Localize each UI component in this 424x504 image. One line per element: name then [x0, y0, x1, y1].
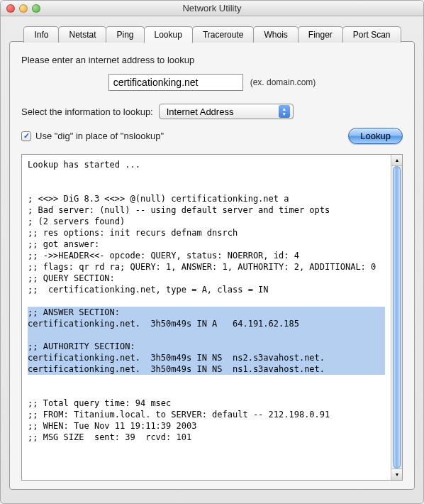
output-pre: Lookup has started ... ; <<>> DiG 8.3 <<… — [28, 160, 376, 295]
tab-bar: InfoNetstatPingLookupTracerouteWhoisFing… — [1, 18, 423, 43]
tab-traceroute[interactable]: Traceroute — [192, 26, 255, 43]
scroll-down-icon[interactable]: ▾ — [391, 469, 402, 480]
tab-finger[interactable]: Finger — [298, 26, 343, 43]
panel: Please enter an internet address to look… — [9, 41, 415, 490]
info-select-value: Internet Address — [167, 106, 234, 117]
scroll-track[interactable] — [391, 166, 402, 469]
address-prompt-label: Please enter an internet address to look… — [21, 55, 194, 65]
tab-lookup[interactable]: Lookup — [144, 26, 193, 43]
tab-port-scan[interactable]: Port Scan — [342, 26, 401, 43]
tab-netstat[interactable]: Netstat — [58, 26, 106, 43]
address-hint: (ex. domain.com) — [250, 77, 316, 87]
scrollbar[interactable]: ▴ ▾ — [391, 155, 402, 480]
use-dig-label: Use "dig" in place of "nslookup" — [35, 131, 164, 141]
titlebar: Network Utility — [1, 1, 423, 16]
scroll-up-icon[interactable]: ▴ — [391, 155, 402, 166]
address-input[interactable] — [108, 74, 243, 91]
minimize-icon[interactable] — [19, 4, 28, 13]
close-icon[interactable] — [6, 4, 15, 13]
output-text[interactable]: Lookup has started ... ; <<>> DiG 8.3 <<… — [22, 155, 391, 480]
window: Network Utility InfoNetstatPingLookupTra… — [0, 0, 424, 504]
info-select-label: Select the information to lookup: — [21, 106, 153, 117]
tab-info[interactable]: Info — [23, 26, 59, 43]
info-select[interactable]: Internet Address ▲▼ — [159, 104, 294, 119]
output-highlight: ;; ANSWER SECTION: certificationking.net… — [28, 307, 385, 375]
window-title: Network Utility — [1, 3, 423, 13]
output-post: ;; Total query time: 94 msec ;; FROM: Ti… — [28, 398, 330, 442]
zoom-icon[interactable] — [32, 4, 40, 13]
traffic-lights — [6, 4, 40, 13]
lookup-button[interactable]: Lookup — [348, 128, 403, 144]
chevron-updown-icon: ▲▼ — [279, 105, 290, 118]
tab-whois[interactable]: Whois — [253, 26, 298, 43]
use-dig-checkbox[interactable]: ✓ — [21, 131, 31, 141]
tab-ping[interactable]: Ping — [106, 26, 144, 43]
output-area: Lookup has started ... ; <<>> DiG 8.3 <<… — [21, 154, 403, 481]
scroll-thumb[interactable] — [393, 166, 401, 469]
